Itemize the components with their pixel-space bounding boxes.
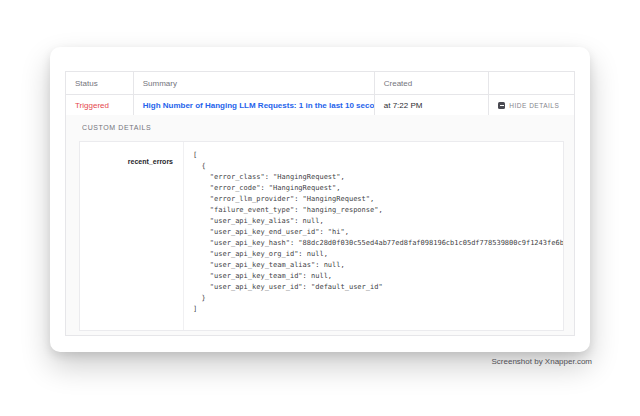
created-cell: at 7:22 PM — [375, 95, 490, 116]
screenshot-credit: Screenshot by Xnapper.com — [491, 357, 592, 366]
column-header-summary: Summary — [134, 72, 375, 94]
summary-cell: High Number of Hanging LLM Requests: 1 i… — [134, 95, 375, 116]
status-badge: Triggered — [75, 101, 109, 110]
column-header-created: Created — [375, 72, 490, 94]
alert-summary-link[interactable]: High Number of Hanging LLM Requests: 1 i… — [143, 101, 375, 110]
column-header-status: Status — [66, 72, 134, 94]
details-label-column: recent_errors — [80, 142, 184, 330]
table-header-row: Status Summary Created — [66, 72, 574, 95]
page: Status Summary Created Triggered High Nu… — [0, 0, 640, 416]
details-json-column: [ { "error_class": "HangingRequest", "er… — [184, 142, 563, 330]
alert-card: Status Summary Created Triggered High Nu… — [50, 47, 590, 352]
recent-errors-label: recent_errors — [128, 158, 173, 165]
alerts-table: Status Summary Created Triggered High Nu… — [65, 71, 575, 117]
recent-errors-json: [ { "error_class": "HangingRequest", "er… — [193, 150, 563, 315]
minus-square-icon — [498, 102, 505, 109]
actions-cell: HIDE DETAILS — [489, 95, 574, 116]
column-header-actions — [489, 72, 574, 94]
hide-details-label: HIDE DETAILS — [509, 102, 559, 109]
created-timestamp: at 7:22 PM — [384, 101, 423, 110]
custom-details-box: recent_errors [ { "error_class": "Hangin… — [79, 141, 564, 331]
custom-details-section: CUSTOM DETAILS recent_errors [ { "error_… — [65, 115, 575, 336]
table-row: Triggered High Number of Hanging LLM Req… — [66, 95, 574, 116]
custom-details-title: CUSTOM DETAILS — [82, 124, 151, 131]
hide-details-button[interactable]: HIDE DETAILS — [498, 102, 559, 109]
status-cell: Triggered — [66, 95, 134, 116]
